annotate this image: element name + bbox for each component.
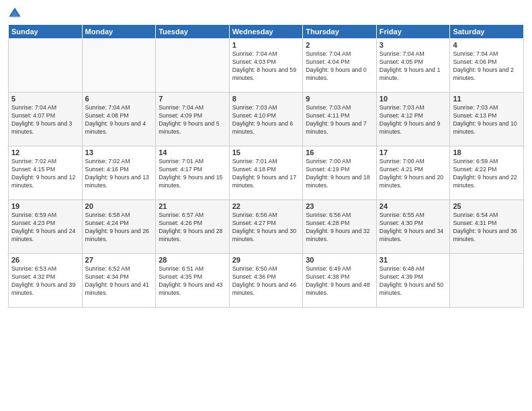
cell-info: Sunrise: 7:04 AM bbox=[11, 104, 79, 112]
cell-info: Daylight: 9 hours and 15 minutes. bbox=[159, 174, 226, 190]
weekday-header-thursday: Thursday bbox=[303, 25, 377, 39]
cell-info: Sunrise: 7:03 AM bbox=[380, 104, 447, 112]
cell-info: Daylight: 9 hours and 41 minutes. bbox=[85, 281, 153, 298]
cell-info: Daylight: 9 hours and 24 minutes. bbox=[11, 228, 79, 244]
cell-info: Sunset: 4:11 PM bbox=[306, 112, 373, 120]
cell-info: Daylight: 9 hours and 46 minutes. bbox=[232, 281, 300, 298]
cell-info: Sunset: 4:12 PM bbox=[380, 112, 447, 120]
calendar-cell: 8Sunrise: 7:03 AMSunset: 4:10 PMDaylight… bbox=[229, 93, 303, 146]
cell-info: Daylight: 9 hours and 18 minutes. bbox=[306, 174, 373, 190]
cell-info: Sunset: 4:27 PM bbox=[232, 220, 300, 228]
calendar-cell: 29Sunrise: 6:50 AMSunset: 4:36 PMDayligh… bbox=[229, 254, 303, 308]
calendar-cell: 27Sunrise: 6:52 AMSunset: 4:34 PMDayligh… bbox=[82, 254, 156, 308]
cell-info: Sunrise: 6:59 AM bbox=[453, 158, 521, 166]
page: SundayMondayTuesdayWednesdayThursdayFrid… bbox=[0, 0, 532, 411]
cell-info: Daylight: 9 hours and 32 minutes. bbox=[306, 228, 373, 244]
logo bbox=[8, 7, 24, 20]
week-row-2: 5Sunrise: 7:04 AMSunset: 4:07 PMDaylight… bbox=[9, 93, 524, 146]
cell-info: Sunrise: 6:50 AM bbox=[232, 265, 300, 273]
calendar-cell: 23Sunrise: 6:56 AMSunset: 4:28 PMDayligh… bbox=[303, 200, 377, 254]
cell-info: Daylight: 8 hours and 59 minutes. bbox=[232, 66, 300, 83]
cell-info: Sunset: 4:07 PM bbox=[11, 112, 79, 120]
cell-info: Sunrise: 6:55 AM bbox=[380, 212, 447, 220]
cell-info: Daylight: 9 hours and 22 minutes. bbox=[453, 174, 521, 190]
calendar-cell: 11Sunrise: 7:03 AMSunset: 4:13 PMDayligh… bbox=[450, 93, 524, 146]
week-row-5: 26Sunrise: 6:53 AMSunset: 4:32 PMDayligh… bbox=[9, 254, 524, 308]
day-number: 21 bbox=[159, 202, 226, 210]
cell-info: Daylight: 9 hours and 6 minutes. bbox=[232, 120, 300, 136]
cell-info: Sunrise: 7:03 AM bbox=[453, 104, 521, 112]
cell-info: Sunset: 4:19 PM bbox=[306, 166, 373, 174]
calendar-cell: 14Sunrise: 7:01 AMSunset: 4:17 PMDayligh… bbox=[156, 146, 230, 200]
calendar-cell: 7Sunrise: 7:04 AMSunset: 4:09 PMDaylight… bbox=[156, 93, 230, 146]
cell-info: Sunrise: 6:48 AM bbox=[380, 265, 447, 273]
calendar-cell: 24Sunrise: 6:55 AMSunset: 4:30 PMDayligh… bbox=[376, 200, 450, 254]
cell-info: Daylight: 9 hours and 43 minutes. bbox=[159, 281, 226, 298]
cell-info: Sunrise: 7:03 AM bbox=[306, 104, 373, 112]
cell-info: Daylight: 9 hours and 20 minutes. bbox=[380, 174, 447, 190]
cell-info: Daylight: 9 hours and 17 minutes. bbox=[232, 174, 300, 190]
calendar-cell: 21Sunrise: 6:57 AMSunset: 4:26 PMDayligh… bbox=[156, 200, 230, 254]
cell-info: Sunrise: 6:57 AM bbox=[159, 212, 226, 220]
day-number: 10 bbox=[380, 95, 447, 103]
calendar-cell: 17Sunrise: 7:00 AMSunset: 4:21 PMDayligh… bbox=[376, 146, 450, 200]
calendar-cell bbox=[450, 254, 524, 308]
cell-info: Daylight: 9 hours and 12 minutes. bbox=[11, 174, 79, 190]
calendar-cell: 25Sunrise: 6:54 AMSunset: 4:31 PMDayligh… bbox=[450, 200, 524, 254]
week-row-3: 12Sunrise: 7:02 AMSunset: 4:15 PMDayligh… bbox=[9, 146, 524, 200]
day-number: 8 bbox=[232, 95, 300, 103]
calendar-cell bbox=[156, 39, 230, 93]
cell-info: Sunrise: 6:54 AM bbox=[453, 212, 521, 220]
cell-info: Sunset: 4:09 PM bbox=[159, 112, 226, 120]
cell-info: Sunrise: 6:59 AM bbox=[11, 212, 79, 220]
cell-info: Daylight: 9 hours and 3 minutes. bbox=[11, 120, 79, 136]
cell-info: Daylight: 9 hours and 28 minutes. bbox=[159, 228, 226, 244]
weekday-header-row: SundayMondayTuesdayWednesdayThursdayFrid… bbox=[9, 25, 524, 39]
calendar-cell: 10Sunrise: 7:03 AMSunset: 4:12 PMDayligh… bbox=[376, 93, 450, 146]
cell-info: Daylight: 9 hours and 48 minutes. bbox=[306, 281, 373, 298]
cell-info: Sunset: 4:28 PM bbox=[306, 220, 373, 228]
calendar-cell: 16Sunrise: 7:00 AMSunset: 4:19 PMDayligh… bbox=[303, 146, 377, 200]
cell-info: Daylight: 9 hours and 9 minutes. bbox=[380, 120, 447, 136]
calendar-cell bbox=[82, 39, 156, 93]
cell-info: Sunrise: 7:02 AM bbox=[11, 158, 79, 166]
cell-info: Sunset: 4:06 PM bbox=[453, 58, 521, 66]
cell-info: Sunrise: 6:52 AM bbox=[85, 265, 153, 273]
calendar-cell: 28Sunrise: 6:51 AMSunset: 4:35 PMDayligh… bbox=[156, 254, 230, 308]
cell-info: Sunset: 4:35 PM bbox=[159, 273, 226, 281]
calendar-cell: 20Sunrise: 6:58 AMSunset: 4:24 PMDayligh… bbox=[82, 200, 156, 254]
cell-info: Daylight: 9 hours and 26 minutes. bbox=[85, 228, 153, 244]
cell-info: Daylight: 9 hours and 34 minutes. bbox=[380, 228, 447, 244]
calendar-cell: 1Sunrise: 7:04 AMSunset: 4:03 PMDaylight… bbox=[229, 39, 303, 93]
calendar-cell: 18Sunrise: 6:59 AMSunset: 4:22 PMDayligh… bbox=[450, 146, 524, 200]
day-number: 1 bbox=[232, 41, 300, 49]
cell-info: Daylight: 9 hours and 13 minutes. bbox=[85, 174, 153, 190]
weekday-header-friday: Friday bbox=[376, 25, 450, 39]
calendar-cell: 13Sunrise: 7:02 AMSunset: 4:16 PMDayligh… bbox=[82, 146, 156, 200]
calendar-cell: 9Sunrise: 7:03 AMSunset: 4:11 PMDaylight… bbox=[303, 93, 377, 146]
weekday-header-wednesday: Wednesday bbox=[229, 25, 303, 39]
week-row-4: 19Sunrise: 6:59 AMSunset: 4:23 PMDayligh… bbox=[9, 200, 524, 254]
day-number: 28 bbox=[159, 256, 226, 264]
cell-info: Sunset: 4:13 PM bbox=[453, 112, 521, 120]
day-number: 11 bbox=[453, 95, 521, 103]
cell-info: Sunrise: 7:03 AM bbox=[232, 104, 300, 112]
cell-info: Sunrise: 7:04 AM bbox=[453, 50, 521, 58]
calendar-cell: 31Sunrise: 6:48 AMSunset: 4:39 PMDayligh… bbox=[376, 254, 450, 308]
cell-info: Sunrise: 6:58 AM bbox=[85, 212, 153, 220]
cell-info: Sunrise: 7:04 AM bbox=[159, 104, 226, 112]
cell-info: Sunrise: 7:01 AM bbox=[159, 158, 226, 166]
cell-info: Sunset: 4:15 PM bbox=[11, 166, 79, 174]
day-number: 22 bbox=[232, 202, 300, 210]
cell-info: Sunset: 4:39 PM bbox=[380, 273, 447, 281]
cell-info: Sunset: 4:04 PM bbox=[306, 58, 373, 66]
day-number: 12 bbox=[11, 148, 79, 156]
cell-info: Sunset: 4:16 PM bbox=[85, 166, 153, 174]
calendar-cell: 3Sunrise: 7:04 AMSunset: 4:05 PMDaylight… bbox=[376, 39, 450, 93]
cell-info: Sunset: 4:24 PM bbox=[85, 220, 153, 228]
cell-info: Sunset: 4:17 PM bbox=[159, 166, 226, 174]
cell-info: Sunset: 4:08 PM bbox=[85, 112, 153, 120]
day-number: 20 bbox=[85, 202, 153, 210]
day-number: 7 bbox=[159, 95, 226, 103]
calendar-cell bbox=[9, 39, 83, 93]
